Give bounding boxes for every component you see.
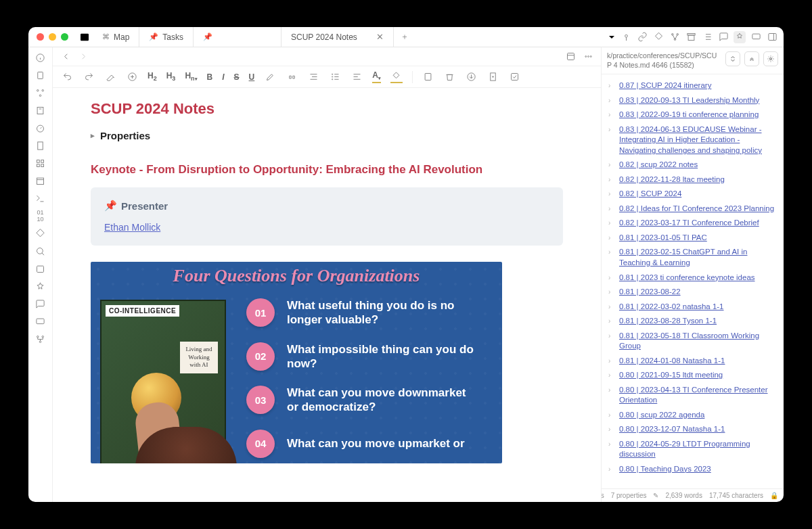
text-color-button[interactable]: A▾: [372, 70, 381, 83]
grid-icon[interactable]: [35, 157, 47, 169]
chat-rail-icon[interactable]: [35, 298, 47, 310]
related-link[interactable]: 0.83 | 2024-06-13 EDUCAUSE Webinar - Int…: [619, 124, 777, 156]
minimize-window-button[interactable]: [49, 33, 56, 41]
related-item[interactable]: ›0.81 | 2023-08-22: [604, 285, 781, 300]
related-link[interactable]: 0.80 | 2023-12-07 Natasha 1-1: [619, 424, 725, 435]
comment-icon[interactable]: [717, 31, 729, 43]
add-icon[interactable]: [126, 71, 138, 83]
bold-button[interactable]: B: [207, 72, 213, 82]
expand-button[interactable]: [744, 51, 759, 66]
list-icon[interactable]: [701, 31, 713, 43]
tag-rail-icon[interactable]: [35, 227, 47, 239]
related-item[interactable]: ›0.83 | 2020-09-13 TI Leadership Monthly: [604, 93, 781, 108]
italic-button[interactable]: I: [222, 72, 224, 82]
file-plus-icon[interactable]: [487, 71, 499, 83]
doc-icon[interactable]: [35, 139, 47, 152]
related-item[interactable]: ›0.80 | 2023-04-13 TI Conference Present…: [604, 383, 781, 408]
highlight-icon[interactable]: [264, 71, 276, 83]
properties-toggle[interactable]: ▸ Properties: [91, 130, 563, 141]
graph-icon[interactable]: [669, 31, 681, 43]
tab-dropdown-icon[interactable]: [606, 32, 617, 43]
code-icon[interactable]: 0110: [35, 210, 47, 222]
related-link[interactable]: 0.81 | 2022-03-02 natasha 1-1: [619, 302, 724, 313]
editor-content[interactable]: SCUP 2024 Notes ▸ Properties Keynote - F…: [53, 88, 601, 502]
pin-icon[interactable]: [620, 31, 632, 43]
tab-tasks[interactable]: 📌 Tasks: [139, 27, 194, 47]
related-item[interactable]: ›0.83 | 2024-06-13 EDUCAUSE Webinar - In…: [604, 122, 781, 158]
settings-button[interactable]: [763, 51, 778, 66]
close-tab-icon[interactable]: ✕: [376, 32, 384, 42]
checkbox-icon[interactable]: [509, 71, 521, 83]
eraser-icon[interactable]: [104, 71, 116, 83]
related-link[interactable]: 0.81 | 2023-05-18 TI Classroom Working G…: [619, 331, 777, 352]
related-item[interactable]: ›0.82 | Ideas for TI Conference 2023 Pla…: [604, 202, 781, 216]
nav-forward-icon[interactable]: [77, 51, 89, 63]
right-sidebar-toggle-icon[interactable]: [766, 31, 778, 43]
calendar-icon[interactable]: [35, 175, 47, 187]
related-item[interactable]: ›0.82 | 2023-03-17 TI Conference Debrief: [604, 216, 781, 231]
related-item[interactable]: ›0.81 | 2023-01-05 TI PAC: [604, 231, 781, 246]
undo-icon[interactable]: [61, 71, 73, 83]
download-icon[interactable]: [466, 71, 478, 83]
quote-icon[interactable]: [286, 71, 298, 83]
collapse-button[interactable]: [725, 51, 740, 66]
related-item[interactable]: ›0.81 | 2023 ti conference keynote ideas: [604, 271, 781, 285]
related-link[interactable]: 0.81 | 2023-08-28 Tyson 1-1: [619, 316, 717, 327]
related-item[interactable]: ›0.82 | scup 2022 notes: [604, 158, 781, 172]
branch-icon[interactable]: [35, 333, 47, 345]
tag-icon[interactable]: [652, 31, 664, 43]
more-icon[interactable]: [582, 51, 594, 63]
related-item[interactable]: ›0.81 | 2023-02-15 ChatGPT and AI in Tea…: [604, 245, 781, 270]
star-icon[interactable]: [35, 280, 47, 292]
bullets-icon[interactable]: [329, 71, 341, 83]
note-icon[interactable]: [35, 104, 47, 116]
related-link[interactable]: 0.80 | 2024-05-29 LTDT Programming discu…: [619, 439, 777, 460]
underline-button[interactable]: U: [249, 72, 255, 82]
related-item[interactable]: ›0.87 | SCUP 2024 itinerary: [604, 78, 781, 93]
align-icon[interactable]: [351, 71, 363, 83]
related-item[interactable]: ›0.80 | scup 2022 agenda: [604, 408, 781, 423]
related-item[interactable]: ›0.80 | 2023-12-07 Natasha 1-1: [604, 422, 781, 437]
new-tab-button[interactable]: ＋: [394, 31, 415, 43]
related-link[interactable]: 0.81 | 2023-08-22: [619, 287, 681, 298]
presenter-link[interactable]: Ethan Mollick: [104, 222, 160, 233]
related-link[interactable]: 0.82 | 2022-11-28 ltac meeting: [619, 175, 725, 185]
tab-active[interactable]: SCUP 2024 Notes ✕: [281, 27, 394, 47]
related-item[interactable]: ›0.80 | Teaching Days 2023: [604, 462, 781, 477]
trash-icon[interactable]: [444, 71, 456, 83]
files-icon[interactable]: [35, 69, 47, 81]
related-link[interactable]: 0.80 | 2021-09-15 ltdt meeting: [619, 370, 723, 381]
related-link[interactable]: 0.81 | 2024-01-08 Natasha 1-1: [619, 356, 725, 367]
reading-view-icon[interactable]: [564, 51, 577, 63]
terminal-icon[interactable]: [35, 192, 47, 204]
date-icon[interactable]: [35, 262, 47, 275]
related-link[interactable]: 0.81 | 2023 ti conference keynote ideas: [619, 273, 755, 283]
chat-icon[interactable]: [750, 31, 762, 43]
graph-icon[interactable]: [35, 87, 47, 99]
related-link[interactable]: 0.83 | 2022-09-19 ti conference planning: [619, 110, 759, 120]
tab-map[interactable]: ⌘ Map: [93, 27, 139, 47]
timer-icon[interactable]: [35, 122, 47, 134]
h2-button[interactable]: H2: [148, 71, 157, 82]
related-link[interactable]: 0.87 | SCUP 2024 itinerary: [619, 80, 711, 91]
book-icon[interactable]: [422, 71, 434, 83]
related-link[interactable]: 0.80 | Teaching Days 2023: [619, 464, 711, 475]
related-link[interactable]: 0.82 | 2023-03-17 TI Conference Debrief: [619, 218, 759, 229]
related-link[interactable]: 0.81 | 2023-02-15 ChatGPT and AI in Teac…: [619, 247, 777, 268]
related-link[interactable]: 0.81 | 2023-01-05 TI PAC: [619, 233, 707, 244]
related-link[interactable]: 0.82 | SCUP 2024: [619, 189, 681, 200]
smart-icon[interactable]: [734, 31, 746, 43]
maximize-window-button[interactable]: [61, 33, 68, 41]
strike-button[interactable]: S: [234, 72, 240, 82]
h3-button[interactable]: H3: [166, 71, 176, 82]
related-link[interactable]: 0.82 | Ideas for TI Conference 2023 Plan…: [619, 204, 774, 214]
link-icon[interactable]: [636, 31, 648, 43]
related-link[interactable]: 0.80 | 2023-04-13 TI Conference Presente…: [619, 385, 777, 406]
hn-button[interactable]: Hn▾: [185, 71, 197, 82]
related-item[interactable]: ›0.80 | 2024-05-29 LTDT Programming disc…: [604, 437, 781, 462]
related-item[interactable]: ›0.81 | 2022-03-02 natasha 1-1: [604, 300, 781, 315]
nav-back-icon[interactable]: [60, 51, 72, 63]
search-icon[interactable]: [35, 245, 47, 257]
close-window-button[interactable]: [37, 33, 44, 41]
left-sidebar-toggle-icon[interactable]: [79, 32, 90, 43]
